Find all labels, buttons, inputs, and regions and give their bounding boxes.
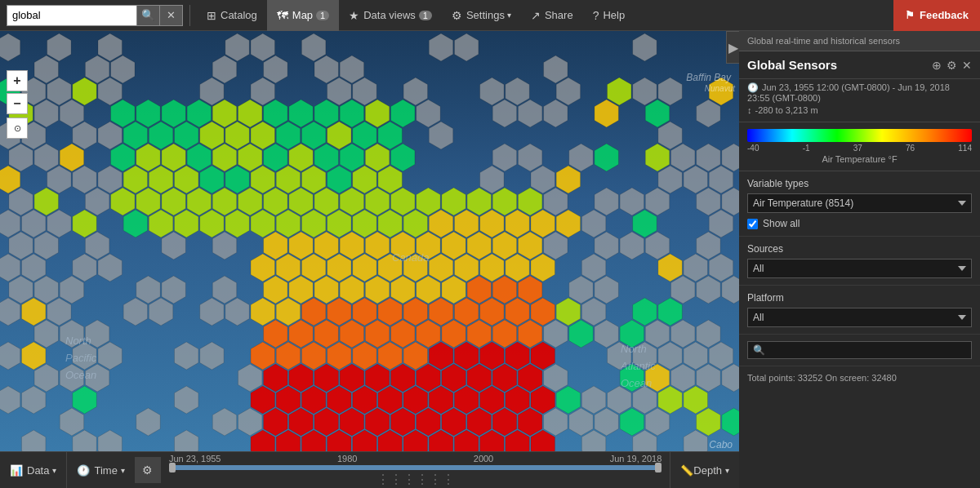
- sensor-search-icon: 🔍: [753, 344, 765, 356]
- timeline-end-label: Jun 19, 2018: [610, 454, 662, 464]
- sources-label: Sources: [747, 243, 972, 255]
- search-clear-button[interactable]: ✕: [160, 5, 183, 26]
- panel-collapse-button[interactable]: ▶: [726, 31, 739, 64]
- map-area[interactable]: Canada NorthPacificOcean NorthAtlanticOc…: [0, 31, 739, 451]
- depth-icon: ↕: [747, 105, 752, 115]
- variable-types-section: Variable types Air Temperature (8514) Sh…: [739, 171, 980, 237]
- platform-section: Platform All: [739, 286, 980, 335]
- tick-2: -1: [803, 144, 810, 153]
- data-views-count-badge: 1: [419, 11, 432, 20]
- color-scale-ticks: -40 -1 37 76 114: [747, 144, 972, 153]
- nav-separator: [189, 5, 190, 26]
- tick-1: -40: [747, 144, 759, 153]
- timeline-left-handle[interactable]: [169, 463, 176, 472]
- timeline[interactable]: Jun 23, 1955 1980 2000 Jun 19, 2018 ⋮⋮⋮⋮…: [161, 454, 670, 487]
- platform-label: Platform: [747, 292, 972, 304]
- panel-title-row: Global Sensors ⊕ ⚙ ✕: [739, 51, 980, 79]
- panel-share-icon[interactable]: ⊕: [932, 59, 942, 72]
- settings-icon: ⚙: [452, 9, 462, 22]
- timeline-start-label: Jun 23, 1955: [169, 454, 221, 464]
- map-nav-item[interactable]: 🗺 Map 1: [267, 0, 339, 31]
- share-icon: ↗: [531, 9, 541, 22]
- timeline-settings-button[interactable]: ⚙: [135, 457, 161, 483]
- depth-chevron-icon: ▾: [725, 466, 729, 475]
- panel-header: Global real-time and historical sensors: [739, 31, 980, 51]
- right-panel: Global real-time and historical sensors …: [739, 31, 980, 488]
- catalog-icon: ⊞: [207, 9, 216, 22]
- time-range-display: 🕐Jun 23, 1955 12:00 (GMT-0800) - Jun 19,…: [739, 79, 980, 122]
- platform-select[interactable]: All: [747, 308, 972, 327]
- data-bottom-button[interactable]: 📊 Data ▾: [0, 452, 67, 488]
- sensor-search-input[interactable]: [768, 344, 966, 356]
- depth-bottom-button[interactable]: 📏 Depth ▾: [670, 452, 739, 488]
- variable-types-label: Variable types: [747, 178, 972, 189]
- feedback-button[interactable]: ⚑ Feedback: [893, 0, 980, 31]
- tick-5: 114: [958, 144, 972, 153]
- share-nav-item[interactable]: ↗ Share: [521, 0, 583, 31]
- settings-chevron-icon: ▾: [507, 11, 511, 20]
- feedback-icon: ⚑: [905, 9, 915, 21]
- zoom-out-button[interactable]: −: [7, 93, 28, 114]
- clock-icon: 🕐: [747, 82, 759, 92]
- data-chevron-icon: ▾: [52, 466, 56, 475]
- color-scale-section: -40 -1 37 76 114 Air Temperature °F: [739, 122, 980, 171]
- color-gradient-bar: [747, 129, 972, 142]
- panel-settings-icon[interactable]: ⚙: [947, 59, 957, 72]
- search-bar: 🔍 ✕: [7, 5, 183, 26]
- settings-nav-item[interactable]: ⚙ Settings ▾: [442, 0, 521, 31]
- time-icon: 🕐: [77, 464, 90, 477]
- tick-4: 76: [906, 144, 915, 153]
- show-all-row: Show all: [747, 218, 972, 229]
- timeline-range: [169, 465, 662, 470]
- time-bottom-button[interactable]: 🕐 Time ▾: [67, 452, 134, 488]
- panel-close-icon[interactable]: ✕: [962, 59, 972, 72]
- show-all-label: Show all: [763, 218, 800, 229]
- star-icon: ★: [349, 9, 359, 22]
- timeline-mid2-label: 2000: [474, 454, 493, 464]
- search-button[interactable]: 🔍: [137, 5, 160, 26]
- help-nav-item[interactable]: ? Help: [583, 0, 635, 31]
- timeline-resize-handle[interactable]: ⋮⋮⋮⋮⋮⋮: [169, 472, 662, 487]
- panel-title: Global Sensors: [747, 58, 837, 72]
- depth-ruler-icon: 📏: [680, 464, 693, 477]
- zoom-controls: + − ⊙: [7, 70, 28, 139]
- time-chevron-icon: ▾: [121, 466, 125, 475]
- tick-3: 37: [853, 144, 862, 153]
- data-views-nav-item[interactable]: ★ Data views 1: [339, 0, 442, 31]
- color-scale-label: Air Temperature °F: [747, 154, 972, 164]
- zoom-extent-button[interactable]: ⊙: [7, 118, 28, 139]
- panel-icon-group: ⊕ ⚙ ✕: [932, 59, 972, 72]
- bottom-bar: 📊 Data ▾ 🕐 Time ▾ ⚙ Jun 23, 1955 1980 20…: [0, 451, 739, 488]
- hex-overlay: [0, 31, 739, 451]
- search-input[interactable]: [7, 5, 137, 26]
- sensor-search-section: 🔍: [739, 335, 980, 366]
- catalog-nav-item[interactable]: ⊞ Catalog: [197, 0, 267, 31]
- map-count-badge: 1: [316, 11, 329, 20]
- top-navigation: 🔍 ✕ ⊞ Catalog 🗺 Map 1 ★ Data views 1 ⚙ S…: [0, 0, 980, 31]
- timeline-labels: Jun 23, 1955 1980 2000 Jun 19, 2018: [169, 454, 662, 464]
- show-all-checkbox[interactable]: [747, 219, 758, 229]
- timeline-right-handle[interactable]: [655, 463, 662, 472]
- map-icon: 🗺: [277, 9, 288, 22]
- help-icon: ?: [593, 9, 599, 22]
- timeline-bar[interactable]: [169, 465, 662, 470]
- zoom-in-button[interactable]: +: [7, 70, 28, 91]
- sources-section: Sources All: [739, 237, 980, 286]
- total-points-display: Total points: 33252 On screen: 32480: [739, 366, 980, 389]
- data-icon: 📊: [10, 464, 23, 477]
- sources-select[interactable]: All: [747, 259, 972, 278]
- sensor-search-row: 🔍: [747, 341, 972, 359]
- timeline-mid1-label: 1980: [337, 454, 357, 464]
- variable-types-select[interactable]: Air Temperature (8514): [747, 193, 972, 213]
